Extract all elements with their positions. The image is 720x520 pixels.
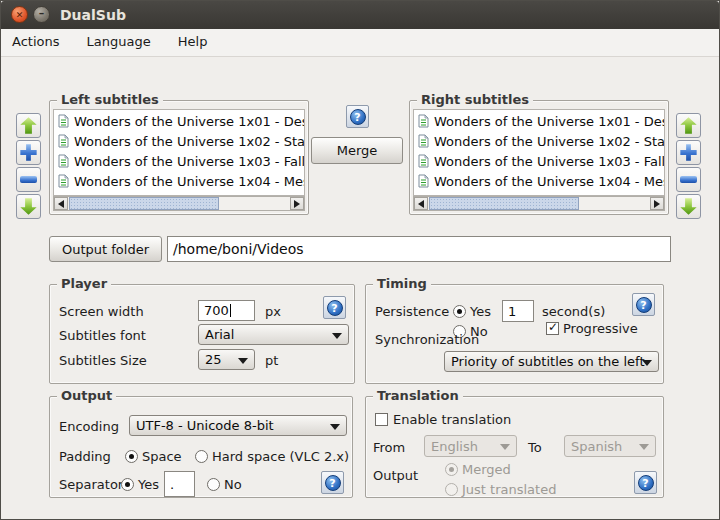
enable-translation-checkbox[interactable] — [375, 413, 388, 426]
padding-space-radio[interactable] — [125, 450, 138, 463]
pt-unit-label: pt — [265, 353, 278, 368]
scroll-left-icon — [418, 200, 424, 208]
subtitle-file-icon — [58, 154, 69, 168]
scroll-right-button[interactable] — [650, 197, 664, 210]
help-icon: ? — [636, 297, 652, 313]
list-item[interactable]: Wonders of the Universe 1x01 - Destiny ( — [414, 110, 664, 130]
list-item[interactable]: Wonders of the Universe 1x01 - Destiny ( — [54, 110, 304, 130]
separator-label: Separator — [59, 477, 123, 492]
app-window: DualSub Actions Language Help Left subti… — [0, 0, 720, 520]
separator-yes-radio[interactable] — [121, 478, 134, 491]
right-remove-button[interactable] — [676, 167, 701, 192]
persistence-label: Persistence — [375, 304, 449, 319]
list-item-label: Wonders of the Universe 1x01 - Destiny ( — [434, 114, 665, 129]
list-item-label: Wonders of the Universe 1x04 - Messeng — [434, 174, 665, 189]
left-subtitles-group: Left subtitles Wonders of the Universe 1… — [49, 100, 309, 215]
to-label: To — [528, 440, 542, 455]
persistence-seconds-input[interactable]: 1 — [502, 300, 534, 322]
translation-help-button[interactable]: ? — [634, 471, 657, 494]
list-item[interactable]: Wonders of the Universe 1x03 - Falling (… — [414, 150, 664, 170]
horizontal-scrollbar[interactable] — [413, 196, 665, 211]
list-item-label: Wonders of the Universe 1x03 - Falling (… — [434, 154, 665, 169]
scroll-left-button[interactable] — [54, 197, 68, 210]
persistence-yes-radio[interactable] — [453, 305, 466, 318]
screen-width-value: 700 — [204, 303, 229, 318]
right-add-button[interactable] — [676, 140, 701, 165]
separator-input[interactable]: . — [164, 471, 195, 497]
scroll-right-button[interactable] — [290, 197, 304, 210]
subtitles-font-label: Subtitles font — [59, 328, 146, 343]
player-help-button[interactable]: ? — [323, 296, 346, 319]
list-item-label: Wonders of the Universe 1x03 - Falling (… — [74, 154, 305, 169]
help-icon: ? — [638, 475, 654, 491]
player-title: Player — [57, 276, 111, 291]
separator-no-radio[interactable] — [207, 478, 220, 491]
output-folder-button[interactable]: Output folder — [49, 236, 162, 262]
padding-space-label: Space — [142, 449, 182, 464]
scrollbar-thumb[interactable] — [429, 197, 579, 210]
menu-language[interactable]: Language — [76, 29, 162, 54]
timing-help-button[interactable]: ? — [632, 293, 655, 316]
to-language-value: Spanish — [571, 439, 622, 454]
translation-title: Translation — [373, 388, 463, 403]
scroll-left-button[interactable] — [414, 197, 428, 210]
list-item-label: Wonders of the Universe 1x04 - Messeng — [74, 174, 305, 189]
left-move-up-button[interactable] — [16, 113, 41, 138]
progressive-label: Progressive — [563, 321, 638, 336]
subtitle-file-icon — [418, 174, 429, 188]
merge-help-button[interactable]: ? — [346, 105, 369, 128]
padding-label: Padding — [59, 449, 111, 464]
list-item[interactable]: Wonders of the Universe 1x02 - Stardust — [54, 130, 304, 150]
scroll-right-icon — [654, 200, 660, 208]
arrow-down-icon — [680, 198, 697, 215]
chevron-down-icon — [642, 360, 652, 366]
right-move-down-button[interactable] — [676, 194, 701, 219]
text-caret — [230, 304, 231, 317]
output-title: Output — [57, 388, 116, 403]
left-remove-button[interactable] — [16, 167, 41, 192]
list-item[interactable]: Wonders of the Universe 1x02 - Stardust — [414, 130, 664, 150]
menu-actions[interactable]: Actions — [1, 29, 71, 54]
chevron-down-icon — [238, 358, 248, 364]
left-add-button[interactable] — [16, 140, 41, 165]
px-unit-label: px — [265, 304, 281, 319]
from-language-select: English — [424, 435, 517, 457]
padding-hard-space-radio[interactable] — [195, 450, 208, 463]
chevron-down-icon — [330, 424, 340, 430]
list-item[interactable]: Wonders of the Universe 1x03 - Falling (… — [54, 150, 304, 170]
separator-no-label: No — [224, 477, 242, 492]
horizontal-scrollbar[interactable] — [53, 196, 305, 211]
output-path-field[interactable]: /home/boni/Videos — [167, 236, 671, 262]
arrow-up-icon — [680, 117, 697, 134]
right-subtitles-list: Wonders of the Universe 1x01 - Destiny (… — [413, 109, 665, 196]
titlebar[interactable]: DualSub — [1, 1, 719, 29]
subtitles-font-select[interactable]: Arial — [198, 324, 349, 345]
output-help-button[interactable]: ? — [321, 471, 344, 494]
scrollbar-thumb[interactable] — [69, 197, 219, 210]
subtitle-file-icon — [418, 154, 429, 168]
list-item[interactable]: Wonders of the Universe 1x04 - Messeng — [54, 170, 304, 190]
list-item-label: Wonders of the Universe 1x02 - Stardust — [434, 134, 665, 149]
scroll-left-icon — [58, 200, 64, 208]
encoding-select[interactable]: UTF-8 - Unicode 8-bit — [129, 415, 347, 436]
chevron-down-icon — [639, 444, 649, 450]
subtitles-size-select[interactable]: 25 — [198, 349, 255, 370]
plus-icon — [20, 144, 37, 161]
separator-yes-label: Yes — [138, 477, 159, 492]
synchronization-select[interactable]: Priority of subtitles on the left — [444, 351, 659, 372]
screen-width-label: Screen width — [59, 304, 144, 319]
merge-button[interactable]: Merge — [311, 137, 403, 164]
close-button[interactable] — [11, 6, 28, 23]
screen-width-input[interactable]: 700 — [198, 300, 255, 321]
menu-help[interactable]: Help — [167, 29, 219, 54]
list-item[interactable]: Wonders of the Universe 1x04 - Messeng — [414, 170, 664, 190]
right-subtitles-group: Right subtitles Wonders of the Universe … — [409, 100, 669, 215]
subtitle-file-icon — [58, 174, 69, 188]
output-path-value: /home/boni/Videos — [173, 241, 304, 257]
left-move-down-button[interactable] — [16, 194, 41, 219]
plus-icon — [680, 144, 697, 161]
arrow-down-icon — [20, 198, 37, 215]
minimize-button[interactable] — [33, 6, 50, 23]
right-move-up-button[interactable] — [676, 113, 701, 138]
progressive-checkbox[interactable] — [546, 322, 559, 335]
